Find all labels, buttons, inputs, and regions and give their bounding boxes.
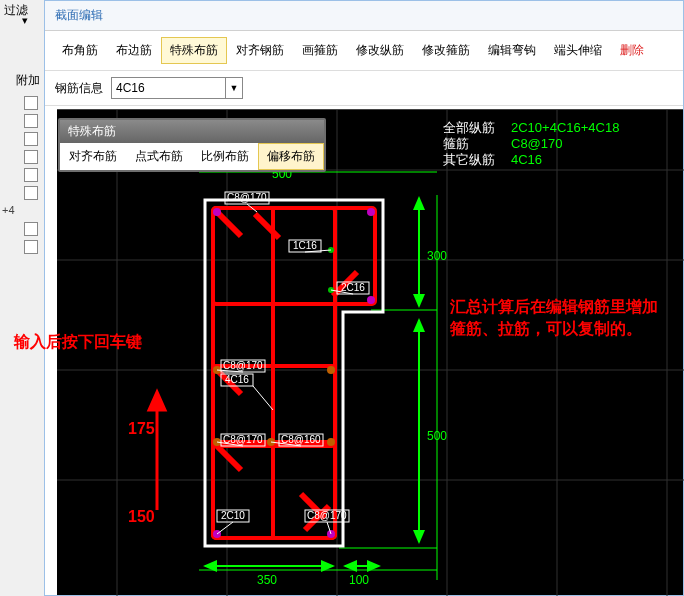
list-checkbox[interactable] — [24, 114, 38, 128]
svg-text:4C16: 4C16 — [225, 374, 249, 385]
svg-text:1C16: 1C16 — [293, 240, 317, 251]
tool-delete[interactable]: 删除 — [611, 37, 653, 64]
svg-text:全部纵筋: 全部纵筋 — [443, 120, 495, 135]
svg-point-48 — [327, 438, 335, 446]
main-toolbar: 布角筋 布边筋 特殊布筋 对齐钢筋 画箍筋 修改纵筋 修改箍筋 编辑弯钩 端头伸… — [45, 31, 683, 71]
stirrups — [213, 208, 375, 538]
tool-align-rebar[interactable]: 对齐钢筋 — [227, 37, 293, 64]
dim-right-upper: 300 — [427, 249, 447, 263]
svg-text:其它纵筋: 其它纵筋 — [443, 152, 495, 167]
svg-text:C8@170: C8@170 — [511, 136, 563, 151]
subtool-offset[interactable]: 偏移布筋 — [258, 143, 324, 170]
subtool-ratio[interactable]: 比例布筋 — [192, 143, 258, 170]
svg-text:2C10: 2C10 — [221, 510, 245, 521]
svg-text:2C10+4C16+4C18: 2C10+4C16+4C18 — [511, 120, 619, 135]
svg-line-36 — [217, 446, 241, 470]
svg-marker-22 — [413, 530, 425, 544]
svg-line-32 — [217, 212, 241, 236]
svg-point-45 — [327, 366, 335, 374]
subtool-point[interactable]: 点式布筋 — [126, 143, 192, 170]
tool-draw-stirrup[interactable]: 画箍筋 — [293, 37, 347, 64]
svg-text:C8@170: C8@170 — [223, 360, 263, 371]
rebar-info-value: 4C16 — [112, 81, 225, 95]
list-checkbox[interactable] — [24, 240, 38, 254]
subtool-title: 特殊布筋 — [60, 120, 324, 143]
dim-right-lower: 500 — [427, 429, 447, 443]
list-checkbox[interactable] — [24, 222, 38, 236]
rebar-info-row: 钢筋信息 4C16 ▼ — [45, 71, 683, 106]
list-checkbox[interactable] — [24, 186, 38, 200]
svg-point-43 — [367, 296, 375, 304]
tool-edit-hook[interactable]: 编辑弯钩 — [479, 37, 545, 64]
left-sidebar: 过滤 ▾ 附加 +4 — [0, 0, 45, 596]
svg-line-33 — [255, 214, 279, 238]
svg-marker-20 — [413, 294, 425, 308]
section-edit-panel: 截面编辑 布角筋 布边筋 特殊布筋 对齐钢筋 画箍筋 修改纵筋 修改箍筋 编辑弯… — [44, 0, 684, 596]
svg-point-40 — [367, 208, 375, 216]
dim-bottom-right: 100 — [349, 573, 369, 587]
svg-text:4C16: 4C16 — [511, 152, 542, 167]
svg-point-39 — [213, 208, 221, 216]
list-checkbox[interactable] — [24, 96, 38, 110]
svg-text:2C16: 2C16 — [341, 282, 365, 293]
subtool-align[interactable]: 对齐布筋 — [60, 143, 126, 170]
annotation-arrow — [149, 392, 165, 510]
list-checkbox[interactable] — [24, 168, 38, 182]
tool-corner-rebar[interactable]: 布角筋 — [53, 37, 107, 64]
chevron-down-icon[interactable]: ▼ — [225, 78, 242, 98]
svg-marker-19 — [413, 196, 425, 210]
svg-text:C8@170: C8@170 — [227, 192, 267, 203]
tool-end-stretch[interactable]: 端头伸缩 — [545, 37, 611, 64]
section-drawing: 500 300 500 350 100 — [57, 110, 684, 596]
svg-line-76 — [217, 522, 233, 534]
attach-label: 附加 — [16, 72, 40, 89]
tool-edge-rebar[interactable]: 布边筋 — [107, 37, 161, 64]
svg-text:C8@160: C8@160 — [281, 434, 321, 445]
list-checkbox[interactable] — [24, 150, 38, 164]
rebar-tags: C8@170 1C16 2C16 C8@170 4C16 C8@170 C8@1… — [217, 192, 369, 534]
dim-bottom-left: 350 — [257, 573, 277, 587]
section-canvas[interactable]: 500 300 500 350 100 — [57, 109, 683, 595]
special-rebar-subtool[interactable]: 特殊布筋 对齐布筋 点式布筋 比例布筋 偏移布筋 — [58, 118, 326, 172]
legend: 全部纵筋 2C10+4C16+4C18 箍筋 C8@170 其它纵筋 4C16 — [443, 120, 619, 167]
svg-marker-85 — [149, 392, 165, 410]
rebar-info-label: 钢筋信息 — [55, 80, 103, 97]
svg-text:C8@170: C8@170 — [307, 510, 347, 521]
rebar-dots — [213, 208, 375, 538]
panel-title: 截面编辑 — [45, 1, 683, 31]
filter-dropdown-icon[interactable]: ▾ — [22, 14, 28, 27]
svg-line-73 — [253, 386, 273, 410]
svg-text:箍筋: 箍筋 — [443, 136, 469, 151]
tool-modify-longitudinal[interactable]: 修改纵筋 — [347, 37, 413, 64]
list-checkbox[interactable] — [24, 132, 38, 146]
tool-special-rebar[interactable]: 特殊布筋 — [161, 37, 227, 64]
plus-q-label: +4 — [2, 204, 15, 216]
tool-modify-stirrup[interactable]: 修改箍筋 — [413, 37, 479, 64]
rebar-info-combo[interactable]: 4C16 ▼ — [111, 77, 243, 99]
svg-marker-21 — [413, 318, 425, 332]
